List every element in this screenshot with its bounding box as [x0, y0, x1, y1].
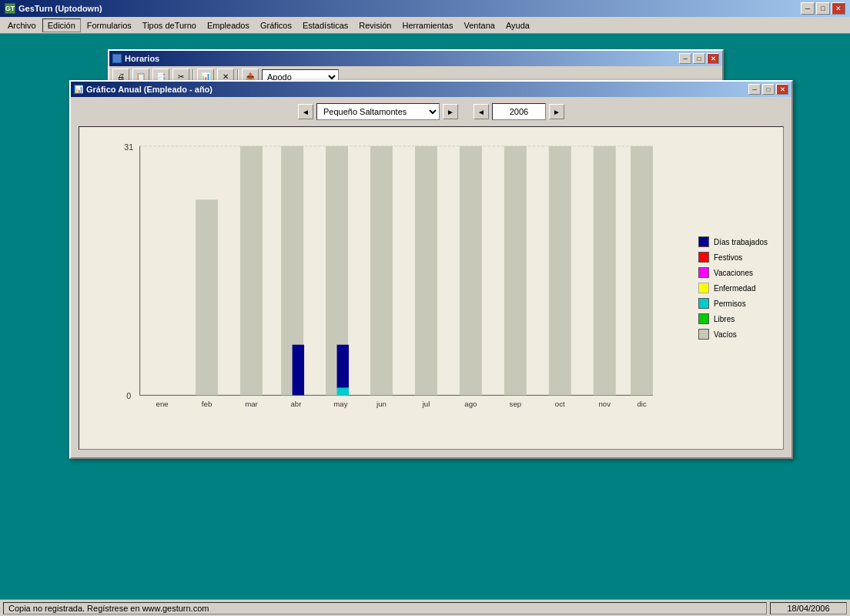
desktop: Horarios ─ □ ✕ 🖨 📋 📑 ✂ 📊 ✕ 📤 Ap	[0, 34, 850, 599]
main-minimize-btn[interactable]: ─	[801, 2, 815, 15]
menu-herramientas[interactable]: Herramientas	[397, 19, 457, 32]
legend-trabajados: Días trabajados	[698, 236, 775, 247]
main-close-btn[interactable]: ✕	[832, 2, 845, 15]
employee-nav: ◄ Pequeño Saltamontes ►	[298, 103, 458, 120]
employee-select[interactable]: Pequeño Saltamontes	[316, 103, 440, 120]
svg-text:ene: ene	[156, 400, 169, 408]
legend-label-festivos: Festivos	[714, 253, 742, 262]
chart-controls-btns: ─ □ ✕	[748, 84, 788, 95]
svg-text:abr: abr	[290, 400, 302, 408]
svg-text:jun: jun	[376, 400, 387, 408]
legend-vacios: Vacíos	[698, 329, 775, 340]
chart-nav: ◄ Pequeño Saltamontes ► ◄ ►	[71, 97, 791, 126]
main-title-text: GT GesTurn (Uptodown)	[5, 3, 102, 14]
year-input[interactable]	[492, 103, 546, 120]
chart-window: 📊 Gráfico Anual (Empleado - año) ─ □ ✕ ◄…	[69, 80, 793, 459]
horarios-maximize[interactable]: □	[693, 53, 705, 64]
main-maximize-btn[interactable]: □	[816, 2, 830, 15]
may-permisos-bar	[337, 388, 349, 396]
legend-color-libres	[698, 313, 709, 324]
main-title-bar: GT GesTurn (Uptodown) ─ □ ✕	[0, 0, 850, 17]
legend-permisos: Permisos	[698, 298, 775, 309]
legend-label-vacaciones: Vacaciones	[714, 269, 753, 277]
svg-text:ago: ago	[464, 400, 477, 408]
chart-close[interactable]: ✕	[776, 84, 788, 95]
abr-trabajados-bar	[293, 345, 304, 396]
chart-area: 31 0 ene feb	[79, 126, 784, 450]
status-message: Copia no registrada. Regístrese en www.g…	[3, 602, 767, 614]
chart-maximize[interactable]: □	[762, 84, 775, 95]
svg-text:jul: jul	[422, 400, 430, 408]
ago-vacios-bar	[460, 146, 482, 396]
main-window-controls: ─ □ ✕	[801, 2, 845, 15]
menu-graficos[interactable]: Gráficos	[256, 19, 296, 32]
legend-vacaciones: Vacaciones	[698, 267, 775, 278]
legend-label-vacios: Vacíos	[714, 330, 737, 339]
jun-vacios-bar	[370, 146, 393, 396]
sep-vacios-bar	[504, 146, 527, 396]
employee-prev-btn[interactable]: ◄	[298, 104, 313, 119]
menu-archivo[interactable]: Archivo	[3, 19, 41, 32]
menu-ayuda[interactable]: Ayuda	[501, 19, 534, 32]
menu-empleados[interactable]: Empleados	[202, 19, 254, 32]
legend-color-festivos	[698, 252, 709, 263]
chart-inner: 31 0 ene feb	[79, 127, 691, 449]
menu-bar: Archivo Edición Formularios Tipos deTurn…	[0, 17, 850, 34]
employee-next-btn[interactable]: ►	[443, 104, 458, 119]
horarios-title-bar[interactable]: Horarios ─ □ ✕	[109, 51, 722, 66]
legend-label-permisos: Permisos	[714, 300, 746, 308]
feb-vacios-bar	[196, 199, 218, 395]
menu-formularios[interactable]: Formularios	[82, 19, 136, 32]
chart-title-bar[interactable]: 📊 Gráfico Anual (Empleado - año) ─ □ ✕	[71, 82, 791, 97]
jul-vacios-bar	[415, 146, 437, 396]
menu-ventana[interactable]: Ventana	[460, 19, 500, 32]
legend-color-vacios	[698, 329, 709, 340]
oct-vacios-bar	[549, 146, 571, 396]
year-prev-btn[interactable]: ◄	[474, 104, 489, 119]
dic-vacios-bar	[631, 146, 653, 396]
may-trabajados-bar	[337, 345, 349, 388]
nov-vacios-bar	[594, 146, 616, 396]
legend-libres: Libres	[698, 313, 775, 324]
chart-legend: Días trabajados Festivos Vacaciones Enfe…	[691, 127, 783, 449]
legend-label-enfermedad: Enfermedad	[714, 284, 755, 293]
svg-text:nov: nov	[598, 400, 611, 408]
status-bar: Copia no registrada. Regístrese en www.g…	[0, 599, 850, 616]
legend-enfermedad: Enfermedad	[698, 283, 775, 293]
chart-minimize[interactable]: ─	[748, 84, 761, 95]
year-nav: ◄ ►	[474, 103, 564, 120]
app-icon: GT	[5, 3, 15, 14]
svg-text:0: 0	[126, 391, 131, 400]
svg-text:oct: oct	[555, 400, 565, 408]
chart-svg: 31 0 ene feb	[110, 135, 675, 410]
chart-icon: 📊	[74, 85, 83, 94]
menu-estadisticas[interactable]: Estadísticas	[298, 19, 353, 32]
year-next-btn[interactable]: ►	[549, 104, 564, 119]
legend-color-trabajados	[698, 236, 709, 247]
horarios-icon	[112, 54, 122, 63]
legend-label-libres: Libres	[714, 315, 735, 323]
svg-text:31: 31	[124, 142, 133, 152]
menu-tipos-turno[interactable]: Tipos deTurno	[138, 19, 201, 32]
main-window: GT GesTurn (Uptodown) ─ □ ✕ Archivo Edic…	[0, 0, 850, 616]
svg-text:mar: mar	[245, 400, 258, 408]
legend-color-permisos	[698, 298, 709, 309]
horarios-minimize[interactable]: ─	[679, 53, 691, 64]
status-date: 18/04/2006	[770, 602, 847, 614]
horarios-title-text: Horarios	[112, 54, 159, 63]
menu-edicion[interactable]: Edición	[42, 18, 81, 32]
legend-festivos: Festivos	[698, 252, 775, 263]
horarios-close[interactable]: ✕	[707, 53, 719, 64]
svg-text:dic: dic	[637, 400, 647, 408]
legend-color-vacaciones	[698, 267, 709, 278]
svg-text:sep: sep	[510, 400, 522, 408]
horarios-controls: ─ □ ✕	[679, 53, 719, 64]
mar-vacios-bar	[240, 146, 263, 396]
menu-revision[interactable]: Revisión	[354, 19, 396, 32]
svg-text:may: may	[333, 400, 347, 408]
svg-text:feb: feb	[202, 400, 212, 408]
legend-color-enfermedad	[698, 283, 709, 293]
legend-label-trabajados: Días trabajados	[714, 238, 768, 246]
chart-title-text: 📊 Gráfico Anual (Empleado - año)	[74, 85, 212, 94]
